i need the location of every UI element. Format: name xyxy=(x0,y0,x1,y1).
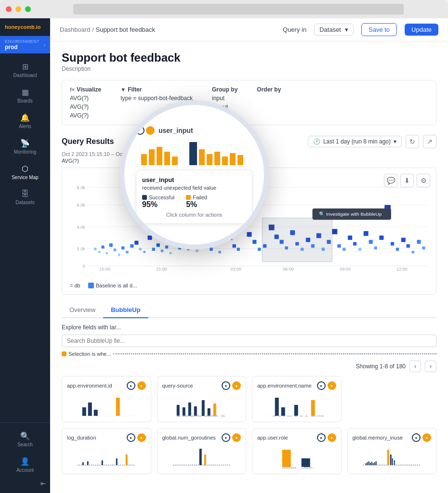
svg-rect-17 xyxy=(98,251,101,253)
svg-text:apm: apm xyxy=(189,414,196,417)
minimize-button[interactable] xyxy=(15,6,21,12)
svg-rect-139 xyxy=(372,463,373,465)
field-ctrl-yellow-button[interactable]: ● xyxy=(328,433,336,442)
sidebar-bottom: 🔍 Search 👤 Account ⇤ xyxy=(0,422,50,493)
svg-text:Pr.M.: Pr.M. xyxy=(317,415,324,417)
visualize-value-1[interactable]: AVG(?) xyxy=(70,95,101,102)
filter-value[interactable]: type = support-bot-feedback xyxy=(120,95,193,102)
window-chrome xyxy=(0,0,448,18)
filter-label: ▼ Filter xyxy=(120,86,193,93)
sidebar-item-boards[interactable]: ▦ Boards xyxy=(0,83,50,108)
close-button[interactable] xyxy=(6,6,12,12)
tab-overview[interactable]: Overview xyxy=(62,302,103,318)
sidebar-collapse-button[interactable]: ⇤ xyxy=(0,478,50,489)
field-name: query-source xyxy=(162,383,193,389)
field-controls: ● ● xyxy=(317,381,336,390)
svg-rect-71 xyxy=(353,242,356,246)
svg-rect-121 xyxy=(82,462,84,465)
download-button[interactable]: ⬇ xyxy=(400,174,414,187)
svg-rect-30 xyxy=(152,248,155,251)
field-ctrl-yellow-button[interactable]: ● xyxy=(232,381,241,390)
sidebar-item-datasets[interactable]: 🗄 Datasets xyxy=(0,185,50,210)
group-by-value-3[interactable]: query xyxy=(212,112,237,119)
svg-rect-83 xyxy=(417,240,421,244)
save-to-button[interactable]: Save to xyxy=(361,23,397,36)
sidebar-item-label: Alerts xyxy=(19,124,31,129)
sidebar-item-label: Service Map xyxy=(12,175,39,180)
time-range-selector[interactable]: 🕐 Last 1 day (run 8 min ago) ▾ xyxy=(308,136,402,147)
selection-color-indicator xyxy=(62,351,66,356)
refresh-button[interactable]: ↻ xyxy=(406,135,419,148)
query-results-title: Query Results xyxy=(62,137,114,146)
field-mini-chart xyxy=(162,445,241,469)
breadcrumb-root[interactable]: Dashboard xyxy=(60,26,91,33)
sidebar-item-account[interactable]: 👤 Account xyxy=(0,452,50,478)
field-ctrl-yellow-button[interactable]: ● xyxy=(328,381,336,390)
fields-grid: app.environment.id ● ● xyxy=(62,376,436,474)
tab-bubbleup[interactable]: BubbleUp xyxy=(103,302,148,318)
field-name: app.environment.name xyxy=(257,383,312,389)
svg-rect-20 xyxy=(109,243,113,246)
svg-rect-144 xyxy=(392,458,393,465)
circle-ctrl-yellow xyxy=(146,126,155,135)
field-name: app.user.role xyxy=(257,435,288,441)
field-ctrl-dark-button[interactable]: ● xyxy=(222,381,230,390)
bubbleup-search-input[interactable] xyxy=(62,335,436,347)
svg-rect-28 xyxy=(143,251,145,253)
visualize-value-2[interactable]: AVG(?) xyxy=(70,104,101,110)
sidebar-item-dashboard[interactable]: ⊞ Dashboard xyxy=(0,57,50,83)
filter-section: ▼ Filter type = support-bot-feedback xyxy=(120,86,193,119)
group-by-value-1[interactable]: input xyxy=(212,95,237,102)
field-ctrl-dark-button[interactable]: ● xyxy=(317,381,326,390)
sidebar-item-search[interactable]: 🔍 Search xyxy=(0,427,50,452)
breadcrumb-separator: / xyxy=(92,26,94,33)
field-ctrl-yellow-button[interactable]: ● xyxy=(232,433,241,442)
svg-text:et.: et. xyxy=(300,415,303,417)
field-ctrl-yellow-button[interactable]: ● xyxy=(422,433,431,442)
svg-rect-125 xyxy=(126,454,128,465)
environment-selector[interactable]: ENVIRONMENT prod › xyxy=(0,36,50,53)
svg-rect-31 xyxy=(157,243,160,246)
svg-rect-143 xyxy=(390,454,391,465)
comment-button[interactable]: 💬 xyxy=(384,174,397,187)
pagination-row: Showing 1-8 of 180 ‹ › xyxy=(62,361,436,372)
field-ctrl-yellow-button[interactable]: ● xyxy=(137,433,146,442)
field-ctrl-dark-button[interactable]: ● xyxy=(317,433,326,442)
sidebar-item-service-map[interactable]: ⬡ Service Map xyxy=(0,159,50,185)
svg-rect-74 xyxy=(369,240,373,244)
svg-rect-68 xyxy=(337,244,341,247)
maximize-button[interactable] xyxy=(25,6,31,12)
field-ctrl-dark-button[interactable]: ● xyxy=(127,433,135,442)
chevron-down-icon: ▾ xyxy=(345,26,348,33)
field-ctrl-yellow-button[interactable]: ● xyxy=(137,381,146,390)
url-bar[interactable] xyxy=(73,4,404,14)
settings-button[interactable]: ⚙ xyxy=(417,174,430,187)
field-mini-chart xyxy=(353,445,432,469)
field-ctrl-dark-button[interactable]: ● xyxy=(127,381,135,390)
svg-rect-90 xyxy=(94,410,98,416)
svg-rect-36 xyxy=(178,246,181,249)
svg-text:filte.: filte. xyxy=(212,414,219,417)
account-icon: 👤 xyxy=(20,457,30,466)
group-by-value-2[interactable]: output xyxy=(212,104,237,110)
sidebar-item-alerts[interactable]: 🔔 Alerts xyxy=(0,108,50,134)
field-ctrl-dark-button[interactable]: ● xyxy=(412,433,421,442)
svg-rect-35 xyxy=(174,231,179,236)
dataset-selector[interactable]: Dataset ▾ xyxy=(314,24,354,36)
sidebar-item-monitoring[interactable]: 📡 Monitoring xyxy=(0,134,50,159)
field-card-user-role: app.user.role ● ● xyxy=(252,428,342,474)
field-ctrl-dark-button[interactable]: ● xyxy=(222,433,230,442)
order-by-label: Order by xyxy=(257,86,281,93)
field-controls: ● ● xyxy=(412,433,431,442)
share-button[interactable]: ↗ xyxy=(423,135,436,148)
visualize-value-3[interactable]: AVG(?) xyxy=(70,112,101,119)
scatter-chart: 8.0k 6.0k 4.0k 2.0k 0 15:00 21:00 03:00 … xyxy=(70,174,428,280)
legend-baseline: Baseline is all d... xyxy=(88,283,137,288)
clock-icon: 🕐 xyxy=(313,138,320,145)
update-button[interactable]: Update xyxy=(405,24,438,36)
field-card-header: global.memory_inuse ● ● xyxy=(353,433,432,442)
svg-text:sa.: sa. xyxy=(176,414,181,417)
chart-area[interactable]: 8.0k 6.0k 4.0k 2.0k 0 15:00 21:00 03:00 … xyxy=(70,174,428,280)
prev-page-button[interactable]: ‹ xyxy=(409,361,421,372)
next-page-button[interactable]: › xyxy=(425,361,436,372)
